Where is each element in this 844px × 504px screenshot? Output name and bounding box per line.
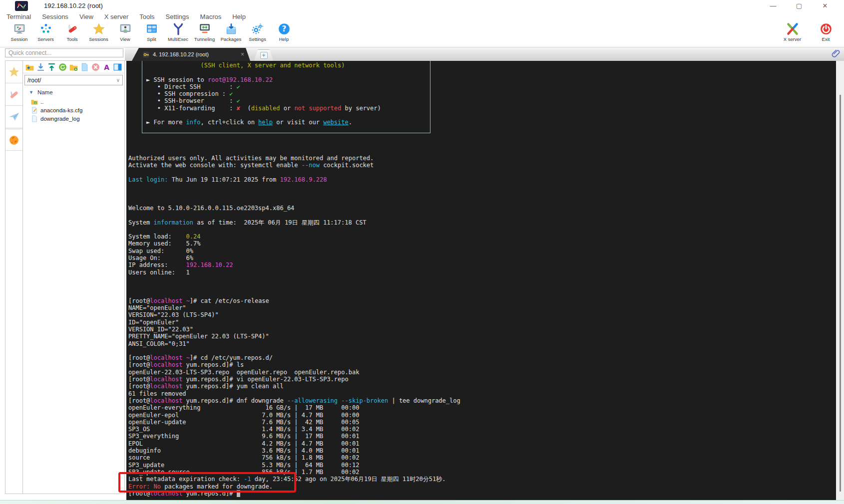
terminal-line: NAME="openEuler" (128, 304, 460, 311)
minimize-button[interactable]: — (762, 0, 784, 12)
menu-settings[interactable]: Settings (160, 13, 195, 20)
delete-button[interactable] (91, 63, 100, 71)
terminal-line (128, 290, 460, 297)
sessions-star-icon (92, 22, 105, 35)
terminal-screen[interactable]: (SSH client, X server and network tools)… (126, 61, 836, 500)
sidebar-icon-strip (5, 60, 23, 494)
terminal-line: • SSH compression : ✔ (128, 90, 460, 97)
menu-bar: Terminal Sessions View X server Tools Se… (0, 12, 844, 21)
terminal-line (128, 198, 460, 205)
terminal-line (128, 190, 460, 197)
xserver-button[interactable]: X server (779, 22, 806, 46)
tab-title: 4. 192.168.10.22 (root) (153, 51, 237, 57)
tools-button[interactable]: Tools (59, 22, 85, 46)
terminal-line (128, 69, 460, 76)
terminal-scrollbar[interactable] (836, 61, 844, 500)
terminal-line (128, 126, 460, 133)
menu-help[interactable]: Help (227, 13, 251, 20)
title-bar: 192.168.10.22 (root) — ▢ ✕ (0, 0, 844, 12)
packages-icon (225, 22, 238, 35)
terminal-line: Swap used: 0% (128, 248, 460, 254)
terminal-line: • X11-forwarding : ✘ (disabled or not su… (128, 105, 460, 112)
split-button[interactable]: Split (138, 22, 165, 46)
file-row-downgrade-log[interactable]: downgrade_log (23, 114, 124, 123)
folder-up-icon: t (31, 98, 38, 105)
file-browser-panel: A /root/ ∨ ▼ Name t .. anaconda-ks.cfg (23, 60, 125, 494)
download-button[interactable] (36, 63, 45, 71)
sidebar: A /root/ ∨ ▼ Name t .. anaconda-ks.cfg (0, 47, 125, 500)
terminal-line: System information as of time: 2025年 06月… (128, 219, 460, 226)
path-dropdown[interactable]: /root/ ∨ (24, 75, 123, 85)
file-row-anaconda[interactable]: anaconda-ks.cfg (23, 106, 124, 114)
menu-terminal[interactable]: Terminal (6, 13, 36, 20)
quick-connect-input[interactable] (5, 48, 123, 57)
terminal-line: source 756 kB/s | 1.8 MB 00:02 (128, 454, 460, 461)
new-tab-button[interactable]: + (254, 49, 274, 61)
session-button[interactable]: Session (6, 22, 32, 46)
tunneling-button[interactable]: Tunneling (191, 22, 218, 46)
active-session-tab[interactable]: 4. 192.168.10.22 (root) × (132, 48, 250, 61)
sessions-button[interactable]: Sessions (85, 22, 112, 46)
exit-button[interactable]: Exit (813, 22, 839, 46)
multiexec-button[interactable]: MultiExec (165, 22, 191, 46)
menu-tools[interactable]: Tools (134, 13, 160, 20)
svg-text:t: t (35, 101, 36, 104)
terminal-line: openEuler-22.03-LTS-SP3.repo openEuler.r… (128, 369, 460, 376)
app-logo-icon (15, 1, 28, 11)
tab-close-icon[interactable]: × (241, 51, 244, 58)
terminal-line: Users online: 1 (128, 269, 460, 276)
current-path: /root/ (27, 77, 41, 84)
terminal-line: ANSI_COLOR="0;31" (128, 340, 460, 347)
parent-folder-button[interactable] (25, 63, 34, 71)
file-row-parent[interactable]: t .. (23, 97, 124, 106)
collapse-triangle-icon[interactable]: ▼ (29, 90, 33, 95)
favorites-tab[interactable] (5, 61, 22, 83)
menu-macros[interactable]: Macros (195, 13, 227, 20)
new-file-icon (80, 63, 89, 71)
settings-button[interactable]: Settings (244, 22, 271, 46)
knife-icon (8, 88, 20, 100)
refresh-button[interactable] (58, 63, 67, 71)
terminal-line: ► SSH session to root@192.168.10.22 (128, 76, 460, 83)
terminal-line: Error: No packages marked for downgrade. (128, 483, 460, 490)
menu-xserver[interactable]: X server (99, 13, 134, 20)
terminal-line: Usage On: 6% (128, 254, 460, 261)
menu-sessions[interactable]: Sessions (36, 13, 74, 20)
new-folder-button[interactable] (69, 63, 78, 71)
tools-tab[interactable] (5, 83, 22, 106)
sessions-tab[interactable] (5, 106, 22, 128)
maximize-button[interactable]: ▢ (788, 0, 810, 12)
terminal-line: Last metadata expiration check: -1 day, … (128, 476, 460, 483)
svg-text:A: A (104, 63, 109, 71)
xserver-icon (786, 22, 799, 35)
terminal-line: System load: 0.24 (128, 233, 460, 240)
close-button[interactable]: ✕ (814, 0, 836, 12)
terminal-line: ID="openEuler" (128, 319, 460, 326)
menu-view[interactable]: View (74, 13, 99, 20)
upload-button[interactable] (47, 63, 56, 71)
scrollbar-thumb[interactable] (840, 95, 841, 492)
terminal-line: openEuler-everything 16 GB/s | 17 MB 00:… (128, 404, 460, 411)
terminal-line: Activate the web console with: systemctl… (128, 162, 460, 169)
terminal-line: ► For more info, ctrl+click on help or v… (128, 119, 460, 126)
rename-button[interactable]: A (102, 63, 111, 71)
terminal-line (128, 112, 460, 119)
attachment-paperclip-icon[interactable] (831, 48, 841, 59)
name-column-header: Name (37, 89, 53, 95)
terminal-line: openEuler-update 7.6 MB/s | 42 MB 00:05 (128, 419, 460, 426)
terminal-line (128, 133, 460, 140)
panel-layout-button[interactable] (113, 63, 122, 71)
split-icon (145, 22, 158, 35)
terminal-line: [root@localhost yum.repos.d]# (128, 490, 460, 497)
new-file-button[interactable] (80, 63, 89, 71)
servers-button[interactable]: Servers (32, 22, 59, 46)
sftp-browser-tab[interactable] (5, 128, 22, 151)
plus-icon: + (260, 52, 268, 59)
packages-button[interactable]: Packages (218, 22, 244, 46)
view-button[interactable]: View (112, 22, 138, 46)
terminal-line: PRETTY_NAME="openEuler 22.03 (LTS-SP4)" (128, 333, 460, 340)
mobaxterm-window: 192.168.10.22 (root) — ▢ ✕ Terminal Sess… (0, 0, 844, 504)
file-list-header[interactable]: ▼ Name (23, 85, 124, 97)
help-button[interactable]: ? Help (271, 22, 297, 46)
terminal-line: (SSH client, X server and network tools) (128, 62, 460, 69)
